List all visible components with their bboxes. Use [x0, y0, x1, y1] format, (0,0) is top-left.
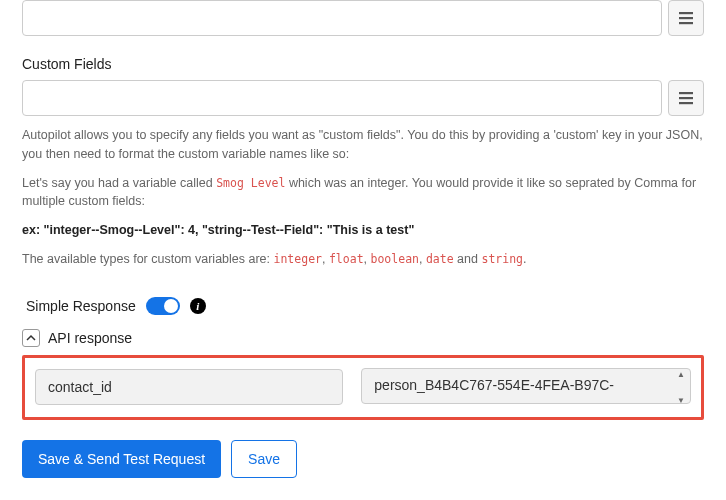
- hamburger-icon: [678, 91, 694, 105]
- hamburger-icon: [678, 11, 694, 25]
- api-response-label: API response: [48, 330, 132, 346]
- svg-rect-2: [679, 22, 693, 24]
- response-key-field[interactable]: [35, 369, 343, 405]
- types-pre: The available types for custom variables…: [22, 252, 274, 266]
- smog-level-code: Smog Level: [216, 176, 285, 190]
- info-icon[interactable]: i: [190, 298, 206, 314]
- svg-rect-3: [679, 92, 693, 94]
- custom-fields-menu-button[interactable]: [668, 80, 704, 116]
- api-response-collapse-button[interactable]: [22, 329, 40, 347]
- top-input[interactable]: [22, 0, 662, 36]
- type-float: float: [329, 252, 364, 266]
- custom-fields-types: The available types for custom variables…: [22, 250, 704, 269]
- type-boolean: boolean: [371, 252, 419, 266]
- svg-rect-4: [679, 97, 693, 99]
- svg-rect-5: [679, 102, 693, 104]
- help2-pre: Let's say you had a variable called: [22, 176, 216, 190]
- type-string: string: [481, 252, 523, 266]
- svg-rect-1: [679, 17, 693, 19]
- response-value-field[interactable]: person_B4B4C767-554E-4FEA-B97C-: [361, 368, 691, 404]
- top-field-menu-button[interactable]: [668, 0, 704, 36]
- api-response-highlight-box: person_B4B4C767-554E-4FEA-B97C- ▲ ▼: [22, 355, 704, 420]
- toggle-knob: [164, 299, 178, 313]
- simple-response-label: Simple Response: [26, 298, 136, 314]
- chevron-up-icon: [26, 334, 36, 342]
- custom-fields-input[interactable]: [22, 80, 662, 116]
- custom-fields-help-1: Autopilot allows you to specify any fiel…: [22, 126, 704, 164]
- simple-response-toggle[interactable]: [146, 297, 180, 315]
- custom-fields-example: ex: "integer--Smog--Level": 4, "string--…: [22, 221, 704, 240]
- type-date: date: [426, 252, 454, 266]
- svg-rect-0: [679, 12, 693, 14]
- custom-fields-label: Custom Fields: [22, 56, 704, 72]
- custom-fields-help-2: Let's say you had a variable called Smog…: [22, 174, 704, 212]
- type-integer: integer: [274, 252, 322, 266]
- save-send-test-button[interactable]: Save & Send Test Request: [22, 440, 221, 478]
- save-button[interactable]: Save: [231, 440, 297, 478]
